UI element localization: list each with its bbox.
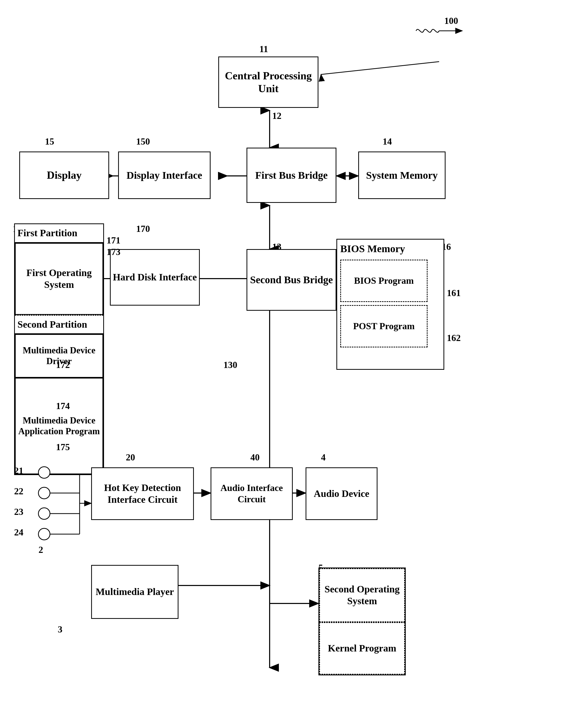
system-memory-box: System Memory [358, 152, 446, 199]
audio-interface-circuit-box: Audio Interface Circuit [211, 467, 293, 520]
multimedia-device-app-box: Multimedia Device Application Program [15, 378, 103, 474]
ref-24: 24 [14, 527, 23, 538]
ref-100: 100 [444, 15, 458, 26]
first-partition-outer-box: First Partition First Operating System S… [14, 223, 104, 475]
second-bus-bridge-box: Second Bus Bridge [247, 249, 336, 311]
ref-3: 3 [58, 624, 62, 635]
post-program-box: POST Program [340, 305, 428, 347]
bios-memory-box: BIOS Memory BIOS Program POST Program [336, 239, 444, 370]
display-box: Display [19, 152, 109, 199]
ref-23: 23 [14, 506, 23, 517]
ref-161: 161 [447, 288, 461, 298]
ref-21: 21 [14, 465, 23, 476]
key-node-24 [38, 528, 50, 540]
ref-40: 40 [250, 452, 260, 463]
multimedia-device-driver-box: Multimedia Device Driver [15, 334, 103, 378]
ref-130: 130 [223, 360, 237, 370]
ref-173: 173 [107, 247, 120, 257]
ref-172: 172 [56, 360, 70, 370]
ref-15: 15 [45, 136, 54, 147]
ref-162: 162 [447, 333, 461, 343]
first-os-box: First Operating System [15, 243, 103, 315]
audio-device-box: Audio Device [306, 467, 377, 520]
key-node-22 [38, 487, 50, 499]
multimedia-player-box: Multimedia Player [91, 565, 178, 619]
kernel-program-box: Kernel Program [319, 622, 405, 675]
ref-14: 14 [383, 136, 392, 147]
svg-line-29 [321, 62, 439, 74]
ref-174: 174 [56, 401, 70, 411]
hot-key-detection-box: Hot Key Detection Interface Circuit [91, 467, 194, 520]
first-bus-bridge-box: First Bus Bridge [247, 148, 336, 203]
hard-disk-interface-box: Hard Disk Interface [110, 249, 200, 306]
first-partition-label: First Partition [15, 224, 103, 243]
ref-4: 4 [321, 452, 326, 463]
ref-11: 11 [259, 44, 268, 54]
second-os-box: Second Operating System [319, 568, 405, 622]
ref-175: 175 [56, 442, 70, 452]
second-partition-label: Second Partition [15, 315, 103, 334]
diagram: 100 11 Central Processing Unit 12 15 150… [0, 0, 567, 728]
ref-170: 170 [136, 223, 150, 234]
ref-12: 12 [272, 110, 281, 121]
key-node-23 [38, 507, 50, 520]
second-os-outer-box: Second Operating System Kernel Program [318, 568, 406, 675]
display-interface-box: Display Interface [118, 152, 211, 199]
ref-171: 171 [107, 235, 120, 246]
cpu-box: Central Processing Unit [218, 56, 318, 108]
ref-2: 2 [39, 544, 43, 555]
key-node-21 [38, 466, 50, 479]
ref-20: 20 [126, 452, 135, 463]
ref-22: 22 [14, 486, 23, 497]
ref-150: 150 [136, 136, 150, 147]
bios-program-box: BIOS Program [340, 260, 428, 302]
